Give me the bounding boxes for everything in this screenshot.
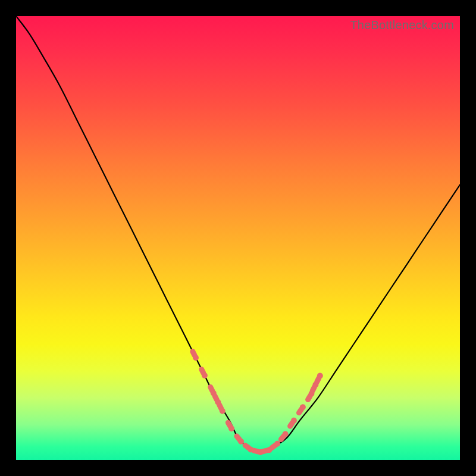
bottleneck-curve bbox=[16, 16, 460, 460]
chart-frame: TheBottleneck.com bbox=[0, 0, 476, 476]
highlighted-points bbox=[189, 348, 324, 456]
curve-path bbox=[16, 16, 460, 452]
chart-plot-area: TheBottleneck.com bbox=[16, 16, 460, 460]
